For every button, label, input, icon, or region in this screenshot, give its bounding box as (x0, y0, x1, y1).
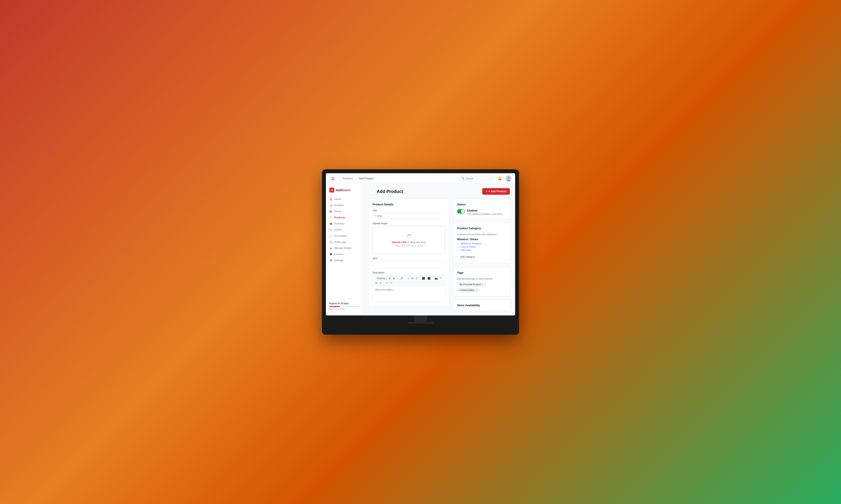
user-avatar[interactable] (505, 176, 512, 182)
search-input[interactable] (466, 177, 492, 180)
category-list: Athletic & Sneakers Casual Shoes Flip Fl… (457, 242, 506, 251)
trial-progress-fill (329, 306, 340, 307)
monitor-base (407, 322, 434, 324)
status-toggle[interactable] (457, 209, 465, 214)
category-desc: Organize your products into categories (457, 233, 506, 236)
add-product-button[interactable]: + + Add Product (482, 188, 510, 195)
sidebar-item-stores[interactable]: 🏪 Stores (326, 208, 363, 214)
breadcrumb-sep-2: / (356, 177, 356, 180)
toolbar-link[interactable]: 🔗 (399, 276, 404, 280)
description-toolbar: Heading 1 B I 🔗 ≡ ≣ ☰ (373, 275, 445, 286)
tag-remove-0[interactable]: ✕ (482, 283, 483, 286)
top-nav: 🏠 / Products / Add Product 🔍 🔔 (326, 173, 515, 184)
accounting-icon: 🧾 (329, 234, 332, 237)
upload-link[interactable]: Upload a file (392, 241, 407, 244)
logo-icon: 🏠 (329, 188, 334, 193)
toolbar-align-right[interactable]: ⬛ (427, 276, 431, 280)
sidebar-item-products[interactable]: 🏷️ Products (326, 214, 363, 220)
toolbar-ul[interactable]: ≡ (407, 277, 410, 280)
status-enabled-label: Enabled (467, 209, 502, 212)
page-title: Add Product (377, 189, 403, 194)
title-input[interactable] (373, 213, 445, 219)
tag-chip-1[interactable]: Limited Edition ✕ (457, 288, 480, 292)
form-right: Status Enabled This product is visible i… (453, 199, 510, 311)
home-icon: 🏠 (329, 198, 332, 201)
toolbar-align-left[interactable]: ⬛ (421, 276, 426, 280)
category-item-1[interactable]: Casual Shoes (461, 246, 506, 248)
toolbar-ol[interactable]: ≣ (410, 276, 414, 280)
tag-remove-1[interactable]: ✕ (476, 289, 477, 291)
store-availability-card: Store Availability (453, 300, 510, 311)
toolbar-sep-3 (432, 277, 433, 280)
status-card: Status Enabled This product is visible i… (453, 199, 510, 219)
main-layout: 🏠 multistore 🏠 Home 📊 Analytics 🏪 Stores (326, 184, 515, 316)
content-area: ‹ Add Product + + Add Product Product D (363, 184, 515, 316)
sidebar-item-analytics[interactable]: 📊 Analytics (326, 202, 363, 208)
sidebar-item-settings[interactable]: ⚙️ Settings (326, 257, 363, 263)
search-bar[interactable]: 🔍 (459, 176, 494, 181)
sidebar-item-accounting[interactable]: 🧾 Accounting (326, 233, 363, 239)
upload-cloud-icon (377, 233, 441, 239)
inventory-icon: 📦 (329, 222, 332, 225)
toolbar-sep-2 (420, 277, 420, 280)
add-product-plus-icon: + (486, 190, 487, 193)
toolbar-indent[interactable]: ☰ (415, 276, 419, 280)
toolbar-media[interactable]: ⊟ (379, 281, 383, 285)
svg-point-1 (508, 177, 510, 179)
sidebar-item-audit-logs[interactable]: 📋 Audit Logs (326, 239, 363, 245)
product-details-card: Product Details Title Upload Image (368, 199, 449, 306)
tags-desc: Add personal tags to your products (457, 277, 506, 280)
upload-area[interactable]: Upload a file or drag and drop PNG, JPG,… (373, 226, 445, 254)
trial-progress-bar (329, 306, 359, 307)
upload-text: Upload a file or drag and drop (377, 241, 441, 244)
services-icon: 🎓 (329, 253, 332, 256)
sidebar-bottom: Expires in 15 Days Basic Trial Plan (326, 300, 363, 313)
tag-chip-0[interactable]: My Personal Product ✕ (457, 282, 486, 287)
tags-list: My Personal Product ✕ Limited Edition ✕ (457, 282, 506, 292)
sku-input[interactable] (373, 261, 445, 268)
back-button[interactable]: ‹ (368, 188, 375, 195)
sidebar-item-home[interactable]: 🏠 Home (326, 196, 363, 202)
toolbar-quote[interactable]: ❝ (439, 276, 442, 280)
category-card: Product Category Organize your products … (453, 222, 510, 264)
settings-icon: ⚙️ (329, 259, 332, 262)
page-header-left: ‹ Add Product (368, 188, 403, 195)
add-product-btn-label: + Add Product (488, 190, 507, 193)
product-details-title: Product Details (373, 203, 445, 206)
category-item-0[interactable]: Athletic & Sneakers (461, 242, 506, 245)
sidebar-item-website-builder[interactable]: 🔒 Website Builder (326, 245, 363, 251)
status-row: Enabled This product is visible in your … (457, 209, 506, 215)
toolbar-italic[interactable]: I (396, 277, 399, 280)
breadcrumb-add-product: Add Product (359, 177, 373, 180)
category-item-2[interactable]: Flip Flops (461, 249, 506, 251)
tags-card-title: Tags (457, 271, 506, 274)
trial-plan-label: Basic Trial Plan (329, 308, 359, 310)
category-card-title: Product Category (457, 227, 506, 230)
home-breadcrumb-icon[interactable]: 🏠 (329, 176, 337, 181)
toolbar-image[interactable]: 📷 (434, 276, 439, 280)
toolbar-undo[interactable]: ↩ (385, 281, 389, 285)
sidebar-item-services[interactable]: 🎓 Services (326, 251, 363, 257)
logo-text: multistore (336, 188, 350, 192)
monitor-stand (414, 316, 427, 322)
toolbar-table[interactable]: ⊞ (375, 281, 378, 285)
edit-category-button[interactable]: Edit Category (457, 254, 478, 260)
sidebar-item-inventory[interactable]: 📦 Inventory (326, 220, 363, 227)
form-layout: Product Details Title Upload Image (368, 199, 510, 311)
search-icon: 🔍 (461, 177, 464, 180)
description-textarea[interactable] (373, 286, 445, 302)
toolbar-bold[interactable]: B (392, 277, 396, 280)
breadcrumb-sep-1: / (339, 177, 340, 180)
sku-label: SKU (373, 257, 445, 260)
trial-expires-label: Expires in 15 Days (329, 302, 359, 305)
logo-area: 🏠 multistore (326, 186, 363, 196)
store-availability-title: Store Availability (457, 304, 506, 307)
breadcrumb-products[interactable]: Products (343, 177, 353, 180)
upload-label: Upload Image (373, 222, 445, 224)
status-card-title: Status (457, 203, 506, 206)
heading-select[interactable]: Heading 1 (375, 276, 392, 281)
notification-icon[interactable]: 🔔 (497, 176, 503, 181)
orders-icon: ✏️ (329, 228, 332, 231)
sidebar-item-orders[interactable]: ✏️ Orders (326, 227, 363, 233)
toolbar-redo[interactable]: ↪ (390, 281, 393, 285)
